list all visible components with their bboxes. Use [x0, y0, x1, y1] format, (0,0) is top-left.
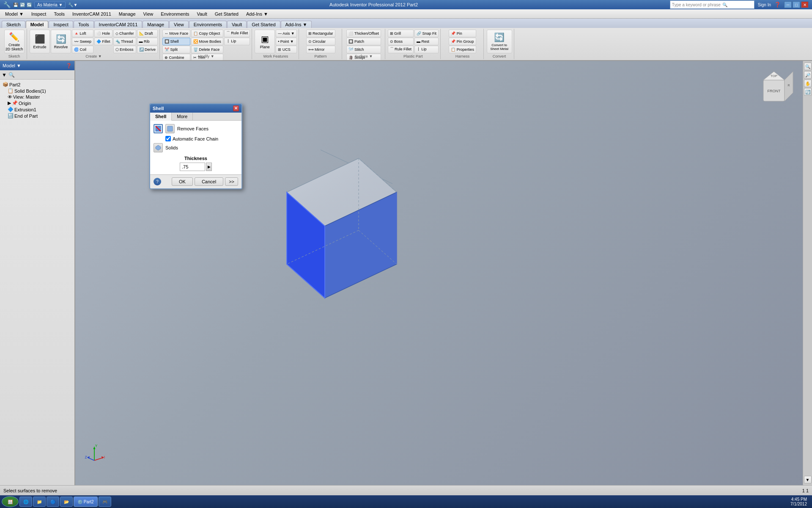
taskbar-btn-app2[interactable]: 🎮: [99, 497, 111, 507]
dialog-more-btn[interactable]: >>: [225, 177, 238, 186]
panel-help-icon[interactable]: ❓: [66, 63, 72, 69]
orbit-btn[interactable]: 🔄: [804, 88, 812, 96]
viewport[interactable]: FRONT TOP R Y X Z 🔍 🔎 ✋ 🔄: [75, 61, 812, 485]
tab-vault[interactable]: Vault: [227, 21, 247, 28]
window-controls[interactable]: ─ □ ✕: [784, 1, 809, 8]
menu-manage[interactable]: Manage: [115, 11, 139, 17]
taskbar-btn-explorer[interactable]: 📁: [33, 497, 46, 507]
shell-btn[interactable]: 🔲 Shell: [162, 38, 190, 45]
tab-manage[interactable]: Manage: [143, 21, 169, 28]
filter-icon[interactable]: ▼: [2, 72, 7, 78]
viewcube[interactable]: FRONT TOP R: [761, 69, 795, 103]
start-btn[interactable]: 🪟: [2, 496, 19, 507]
tab-environments[interactable]: Environments: [189, 21, 227, 28]
maximize-btn[interactable]: □: [793, 1, 800, 8]
move-bodies-btn[interactable]: 🔀 Move Bodies: [191, 38, 223, 45]
boss-btn[interactable]: ⊙ Boss: [388, 38, 414, 45]
create-2d-sketch-btn[interactable]: ✏️ Create2D Sketch: [4, 30, 25, 53]
dialog-ok-btn[interactable]: OK: [172, 177, 193, 186]
zoom-in-btn[interactable]: 🔍: [804, 63, 812, 70]
hole-btn[interactable]: ⚪ Hole: [94, 30, 112, 37]
rest-btn[interactable]: ▬ Rest: [414, 38, 439, 45]
zoom-out-btn[interactable]: 🔎: [804, 71, 812, 79]
pin-btn[interactable]: 📌 Pin: [449, 30, 476, 37]
search-bar[interactable]: Type a keyword or phrase 🔍: [670, 0, 754, 9]
chamfer-btn[interactable]: ◇ Chamfer: [113, 30, 136, 37]
tree-item-solidbodies[interactable]: 📋 Solid Bodies(1): [2, 88, 73, 94]
menu-model[interactable]: Model ▼: [2, 11, 27, 17]
patch-btn[interactable]: 🔲 Patch: [346, 38, 381, 45]
coil-btn[interactable]: 🌀 Coil: [72, 46, 93, 53]
loft-btn[interactable]: 🔺 Loft: [72, 30, 93, 37]
convert-sheet-metal-btn[interactable]: 🔄 Convert toSheet Metal: [487, 30, 512, 53]
extrude-btn[interactable]: ⬛ Extrude: [30, 30, 50, 53]
tab-inventorcam[interactable]: InventorCAM 2011: [94, 21, 143, 28]
tree-item-part2[interactable]: 📦 Part2: [2, 81, 73, 88]
grill-btn[interactable]: ⊞ Grill: [388, 30, 414, 37]
taskbar-btn-inventor[interactable]: ⚙️ Part2: [74, 497, 98, 507]
sweep-btn[interactable]: 〰️ Sweep: [72, 38, 93, 45]
dialog-help-btn[interactable]: ?: [154, 178, 161, 185]
remove-faces-icon-btn[interactable]: [154, 124, 163, 133]
tab-sketch[interactable]: Sketch: [2, 21, 25, 28]
move-face-btn[interactable]: ↔️ Move Face: [162, 30, 190, 37]
emboss-btn[interactable]: ⬡ Emboss: [113, 46, 136, 53]
material-selector[interactable]: As Materia ▼: [34, 2, 66, 8]
copy-object-btn[interactable]: 📋 Copy Object: [191, 30, 223, 37]
menu-addins[interactable]: Add-Ins ▼: [243, 11, 272, 17]
taskbar-btn-folder[interactable]: 📂: [60, 497, 73, 507]
menu-view[interactable]: View: [140, 11, 157, 17]
solids-icon-btn[interactable]: [154, 143, 163, 152]
thicken-offset-btn[interactable]: ⬜ Thicken/Offset: [346, 30, 381, 37]
ucs-btn[interactable]: ⊞ UCS: [276, 46, 296, 53]
menu-inspect[interactable]: Inspect: [28, 11, 49, 17]
menu-vault[interactable]: Vault: [193, 11, 210, 17]
menu-environments[interactable]: Environments: [157, 11, 192, 17]
taskbar-btn-chrome[interactable]: 🔵: [47, 497, 59, 507]
auto-face-chain-checkbox[interactable]: [165, 136, 171, 141]
mirror-btn[interactable]: ⟺ Mirror: [306, 46, 335, 53]
rule-fillet-btn[interactable]: ⌒ Rule Fillet: [224, 30, 250, 37]
scroll-down-btn[interactable]: ▼: [804, 476, 812, 483]
circular-btn[interactable]: ⊙ Circular: [306, 38, 335, 45]
tab-model[interactable]: Model: [26, 21, 49, 28]
tab-getstarted[interactable]: Get Started: [247, 21, 280, 28]
menu-inventorcam[interactable]: InventorCAM 2011: [69, 11, 115, 17]
properties-btn[interactable]: 📋 Properties: [449, 46, 476, 53]
rectangular-btn[interactable]: ⊞ Rectangular: [306, 30, 335, 37]
lip2-btn[interactable]: 〡 Lip: [414, 46, 439, 53]
close-btn[interactable]: ✕: [801, 1, 809, 8]
fillet-btn[interactable]: 🔷 Fillet: [94, 38, 112, 45]
search-tree-icon[interactable]: 🔍: [8, 72, 15, 78]
stitch-btn[interactable]: 🪡 Stitch: [346, 46, 381, 53]
snap-fit-btn[interactable]: 🔗 Snap Fit: [414, 30, 439, 37]
tab-addins[interactable]: Add-Ins ▼: [281, 21, 312, 28]
menu-getstarted[interactable]: Get Started: [211, 11, 242, 17]
axis-btn[interactable]: — Axis ▼: [276, 30, 296, 37]
rib-btn[interactable]: ▬ Rib: [137, 38, 158, 45]
pan-btn[interactable]: ✋: [804, 80, 812, 87]
lip-btn[interactable]: 〡 Lip: [224, 38, 250, 45]
plane-btn[interactable]: ▣ Plane: [255, 30, 275, 53]
point-btn[interactable]: • Point ▼: [276, 38, 296, 45]
tab-view[interactable]: View: [169, 21, 189, 28]
revolve-btn[interactable]: 🔄 Revolve: [51, 30, 71, 53]
pin-group-btn[interactable]: 📌 Pin Group: [449, 38, 476, 45]
dialog-cancel-btn[interactable]: Cancel: [195, 177, 223, 186]
delete-face-btn[interactable]: 🗑️ Delete Face: [191, 46, 223, 53]
menu-tools[interactable]: Tools: [50, 11, 68, 17]
thickness-input[interactable]: .75: [180, 163, 205, 171]
help-icon[interactable]: ❓: [774, 2, 781, 8]
origin-expand[interactable]: ▶: [8, 100, 11, 106]
taskbar-btn-ie[interactable]: 🌐: [19, 497, 32, 507]
dialog-tab-more[interactable]: More: [172, 113, 193, 120]
tab-inspect[interactable]: Inspect: [49, 21, 73, 28]
tree-item-viewmaster[interactable]: 👁 View: Master: [2, 94, 73, 100]
split-btn[interactable]: ✂️ Split: [162, 46, 190, 53]
thickness-arrow-btn[interactable]: ▶: [206, 163, 212, 171]
dialog-tab-shell[interactable]: Shell: [150, 113, 172, 121]
dialog-close-btn[interactable]: ✕: [233, 105, 239, 111]
draft-btn[interactable]: 📐 Draft: [137, 30, 158, 37]
rule-fillet2-btn[interactable]: ⌒ Rule Fillet: [388, 46, 414, 53]
thread-btn[interactable]: 🔩 Thread: [113, 38, 136, 45]
